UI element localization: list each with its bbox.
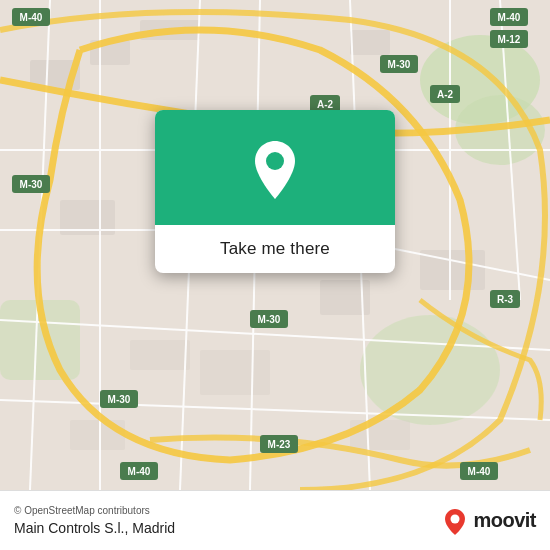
moovit-logo: moovit <box>441 507 536 535</box>
location-name: Main Controls S.l., Madrid <box>14 520 175 536</box>
svg-text:M-40: M-40 <box>20 12 43 23</box>
svg-rect-8 <box>350 30 390 55</box>
moovit-pin-icon <box>441 507 469 535</box>
svg-text:A-2: A-2 <box>437 89 454 100</box>
svg-rect-15 <box>350 420 410 450</box>
take-me-there-button[interactable]: Take me there <box>200 225 350 273</box>
svg-point-4 <box>360 315 500 425</box>
svg-text:M-30: M-30 <box>258 314 281 325</box>
card-green-area <box>155 110 395 225</box>
svg-point-54 <box>266 152 284 170</box>
svg-text:M-30: M-30 <box>388 59 411 70</box>
svg-text:M-12: M-12 <box>498 34 521 45</box>
location-card[interactable]: Take me there <box>155 110 395 273</box>
svg-text:M-40: M-40 <box>498 12 521 23</box>
bottom-bar: © OpenStreetMap contributors Main Contro… <box>0 490 550 550</box>
svg-rect-10 <box>130 340 190 370</box>
svg-text:M-40: M-40 <box>128 466 151 477</box>
svg-rect-13 <box>200 350 270 395</box>
svg-rect-14 <box>70 420 125 450</box>
svg-text:A-2: A-2 <box>317 99 334 110</box>
location-pin-icon <box>249 139 301 201</box>
svg-point-55 <box>451 514 460 523</box>
map-container: M-40 M-40 M-12 M-30 M-30 M-30 M-30 A-2 A… <box>0 0 550 490</box>
svg-text:R-3: R-3 <box>497 294 514 305</box>
svg-text:M-23: M-23 <box>268 439 291 450</box>
svg-text:M-40: M-40 <box>468 466 491 477</box>
svg-text:M-30: M-30 <box>108 394 131 405</box>
copyright-text: © OpenStreetMap contributors <box>14 505 175 516</box>
svg-text:M-30: M-30 <box>20 179 43 190</box>
moovit-text: moovit <box>473 509 536 532</box>
bottom-left-info: © OpenStreetMap contributors Main Contro… <box>14 505 175 536</box>
